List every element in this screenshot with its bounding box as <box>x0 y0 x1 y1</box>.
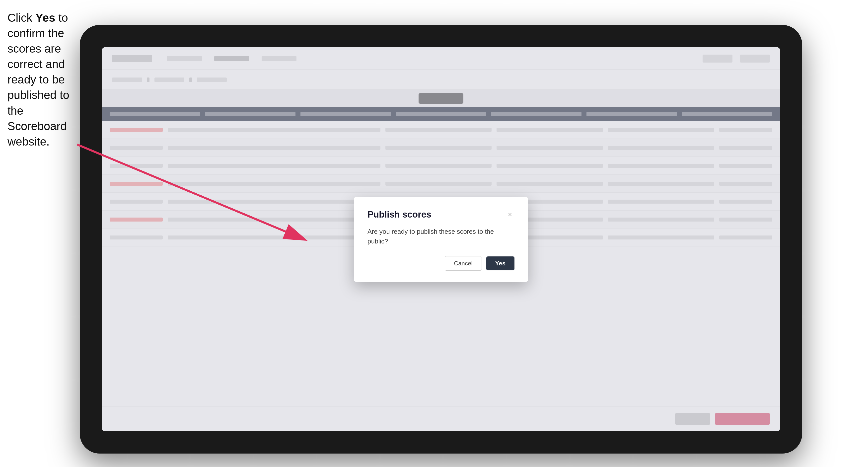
modal-close-button[interactable]: × <box>505 210 515 219</box>
yes-button[interactable]: Yes <box>486 256 515 270</box>
tablet-device: Publish scores × Are you ready to publis… <box>80 25 802 454</box>
modal-dialog: Publish scores × Are you ready to publis… <box>354 197 528 282</box>
tablet-screen: Publish scores × Are you ready to publis… <box>102 48 780 431</box>
modal-header: Publish scores × <box>368 209 515 220</box>
bold-yes: Yes <box>35 11 55 24</box>
modal-overlay: Publish scores × Are you ready to publis… <box>102 48 780 431</box>
instruction-text: Click Yes to confirm the scores are corr… <box>7 10 80 149</box>
modal-body: Are you ready to publish these scores to… <box>368 227 515 246</box>
modal-title: Publish scores <box>368 209 431 220</box>
modal-footer: Cancel Yes <box>368 256 515 271</box>
cancel-button[interactable]: Cancel <box>445 256 482 271</box>
